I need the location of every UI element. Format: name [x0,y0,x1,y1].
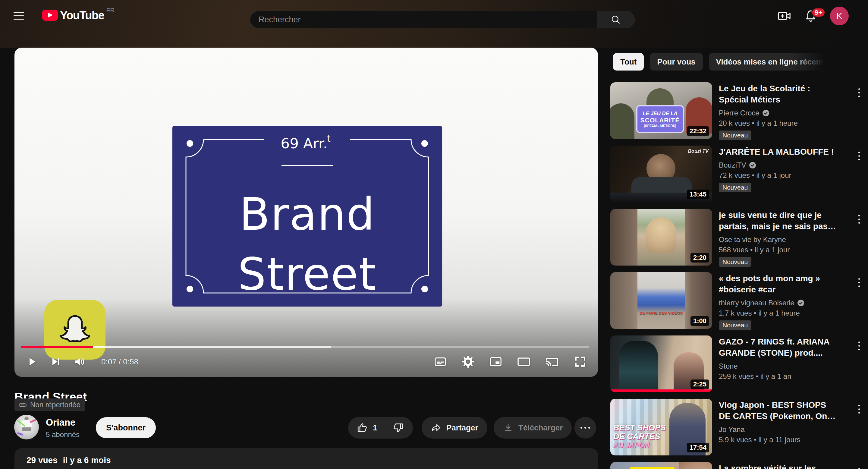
like-button[interactable]: 1 [348,417,385,439]
settings-button[interactable] [461,355,475,369]
share-label: Partager [446,423,478,433]
video-thumbnail[interactable]: DÉTRUITS [610,462,712,469]
share-button[interactable]: Partager [422,417,487,439]
related-video-meta: 259 k vues • il y a 1 an [719,372,839,381]
youtube-play-icon [42,10,58,21]
guide-menu-button[interactable] [11,8,27,24]
duration-badge: 13:45 [687,190,709,199]
related-video-channel[interactable]: Stone [719,362,839,370]
related-video-item: 2:20 je suis venu te dire que je partais… [610,209,868,265]
youtube-watch-page: YouTube FR [0,0,868,469]
chip-recent-uploads[interactable]: Vidéos mises en ligne récem [709,53,827,70]
verified-icon [797,299,805,307]
related-video-channel[interactable]: Pierre Croce [719,109,839,117]
related-video-meta: 1,7 k vues • il y a 1 heure [719,309,839,317]
related-video-title[interactable]: J'ARRÊTE LA MALBOUFFE ! [719,146,839,157]
related-video-channel[interactable]: Ose ta vie by Karyne [719,236,839,244]
channel-name[interactable]: Oriane [46,417,75,428]
player-controls: 0:07 / 0:58 [14,352,598,371]
video-menu-button[interactable] [853,148,865,164]
time-current: 0:07 [101,357,117,366]
video-thumbnail[interactable]: 2:25 [610,336,712,392]
time-display: 0:07 / 0:58 [101,357,138,367]
sign-name-line2: Street [173,250,442,299]
like-count: 1 [373,423,377,433]
chip-pour-vous[interactable]: Pour vous [650,53,703,70]
channel-avatar[interactable] [14,415,39,439]
play-button[interactable] [25,355,38,368]
miniplayer-button[interactable] [489,355,503,369]
fullscreen-button[interactable] [573,355,587,369]
youtube-wordmark: YouTube [60,9,104,22]
video-thumbnail[interactable]: DE FAIRE DES VIDÉOS 1:00 [610,272,712,329]
duration-badge: 1:00 [690,316,709,326]
filter-chips: Tout Pour vous Vidéos mises en ligne réc… [613,53,827,70]
country-code: FR [106,7,115,14]
street-sign-graphic: 69 Arr. t Brand Street [173,126,442,307]
watched-progress-bar [610,389,712,392]
video-thumbnail[interactable]: 2:20 [610,209,712,265]
related-video-item: BEST SHOPS DE CARTES AU JAPON 17:54 Vlog… [610,399,868,456]
next-button[interactable] [50,356,61,368]
related-video-title[interactable]: Le Jeu de la Scolarité : Spécial Métiers [719,83,839,105]
share-icon [431,422,441,433]
download-label: Télécharger [518,423,563,433]
chip-tout[interactable]: Tout [613,53,644,70]
related-video-item: DÉTRUITS La sombre vérité sur les [610,462,868,469]
description-stats: 29 vues il y a 6 mois [27,456,111,465]
new-badge: Nouveau [719,257,751,267]
duration-badge: 22:32 [687,126,709,136]
new-badge: Nouveau [719,130,751,140]
channel-subscribers: 5 abonnés [46,430,80,439]
download-button[interactable]: Télécharger [494,417,572,439]
video-menu-button[interactable] [853,338,865,353]
sign-district-superscript: t [327,133,331,144]
related-video-title[interactable]: GAZO - 7 RINGS ft. ARIANA GRANDE (STONE)… [719,336,839,358]
related-video-item: 2:25 GAZO - 7 RINGS ft. ARIANA GRANDE (S… [610,336,868,392]
related-video-title[interactable]: La sombre vérité sur les [719,463,839,469]
subtitles-button[interactable] [433,355,447,369]
video-menu-button[interactable] [853,465,865,469]
verified-icon [749,161,756,169]
volume-button[interactable] [73,355,86,368]
related-video-channel[interactable]: BouziTV [719,161,839,169]
like-dislike-pill: 1 [348,417,413,439]
search-bar [250,11,635,28]
video-menu-button[interactable] [853,401,865,417]
related-video-title[interactable]: Vlog Japon - BEST SHOPS DE CARTES (Pokem… [719,399,839,422]
upload-age: il y a 6 mois [63,456,111,465]
related-video-channel[interactable]: thierry vigneau Boiserie [719,299,839,307]
related-video-meta: 5,9 k vues • il y a 11 jours [719,436,839,444]
youtube-logo[interactable]: YouTube FR [42,8,115,22]
sign-name-line1: Brand [173,190,442,239]
player-controls-right [433,354,587,369]
theater-mode-button[interactable] [517,354,531,369]
video-thumbnail[interactable]: LE JEU DE LA SCOLARITÉ [SPÉCIAL MÉTIERS]… [610,82,712,139]
video-thumbnail[interactable]: BEST SHOPS DE CARTES AU JAPON 17:54 [610,399,712,456]
video-menu-button[interactable] [853,85,865,100]
description-box[interactable]: 29 vues il y a 6 mois [14,448,598,469]
cast-button[interactable] [545,354,559,369]
video-player[interactable]: 69 Arr. t Brand Street [14,48,598,377]
player-controls-left: 0:07 / 0:58 [25,355,138,368]
related-video-title[interactable]: « des pots du mon amg » #boiserie #car [719,273,839,295]
new-badge: Nouveau [719,320,751,330]
search-input[interactable] [250,11,597,28]
visibility-label: Non répertoriée [30,401,81,409]
duration-badge: 2:20 [690,253,709,262]
more-actions-button[interactable] [575,417,596,439]
related-video-channel[interactable]: Jo Yana [719,425,839,434]
video-menu-button[interactable] [853,211,865,227]
time-separator: / [119,357,121,366]
related-video-item: LE JEU DE LA SCOLARITÉ [SPÉCIAL MÉTIERS]… [610,82,868,139]
related-video-item: DE FAIRE DES VIDÉOS 1:00 « des pots du m… [610,272,868,329]
duration-badge: 17:54 [687,443,709,452]
video-menu-button[interactable] [853,275,865,290]
related-video-meta: 20 k vues • il y a 1 heure [719,119,839,127]
dislike-button[interactable] [385,417,413,439]
related-video-title[interactable]: je suis venu te dire que je partais, mai… [719,210,839,232]
subscribe-button[interactable]: S'abonner [96,417,156,438]
video-thumbnail[interactable]: Bouzi TV 13:45 [610,146,712,202]
progress-bar[interactable] [21,346,589,348]
download-icon [503,422,514,433]
